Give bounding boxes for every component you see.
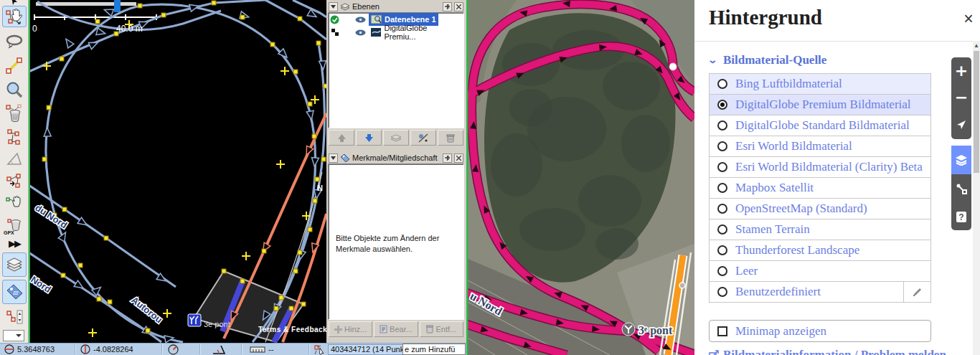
imagery-source-row[interactable]: Bing Luftbildmaterial bbox=[709, 73, 931, 95]
delete-tool-icon[interactable] bbox=[2, 102, 27, 125]
layers-toggle-icon[interactable] bbox=[2, 252, 27, 277]
map-data-icon bbox=[956, 183, 968, 194]
radio-icon[interactable] bbox=[717, 245, 727, 255]
close-icon[interactable]: × bbox=[958, 9, 979, 29]
zoom-tool-icon[interactable] bbox=[2, 79, 27, 100]
gpx-label: GPX bbox=[4, 230, 14, 235]
layer-down-button[interactable] bbox=[356, 130, 382, 146]
radio-icon[interactable] bbox=[717, 204, 727, 214]
minimap-toggle-row[interactable]: Minimap anzeigen bbox=[709, 320, 931, 342]
layers-panel: Ebenen Datenebene 1 bbox=[328, 1, 464, 147]
background-layers-button[interactable] bbox=[951, 146, 971, 174]
properties-body: Bitte Objekte zum Ändern der Merkmale au… bbox=[328, 164, 464, 320]
longitude-icon bbox=[80, 344, 90, 354]
properties-empty-message: Bitte Objekte zum Ändern der Merkmale au… bbox=[336, 233, 439, 255]
select-tool-icon[interactable] bbox=[2, 0, 27, 6]
data-layer-icon bbox=[371, 15, 382, 24]
layer-opacity-button[interactable] bbox=[410, 130, 436, 146]
delete-tag-button[interactable]: Entf... bbox=[420, 321, 463, 337]
delete-layer-button[interactable] bbox=[438, 130, 463, 146]
layers-icon bbox=[340, 2, 350, 11]
panel-scrollbar[interactable]: ▲ bbox=[973, 41, 980, 355]
imagery-source-row[interactable]: Esri World Bildmaterial bbox=[709, 136, 931, 157]
merge-layer-button[interactable] bbox=[383, 130, 409, 146]
imagery-source-row[interactable]: Leer bbox=[709, 260, 931, 282]
help-icon: ? bbox=[956, 211, 967, 223]
panel-pin-button[interactable] bbox=[443, 153, 452, 163]
fast-forward-icon[interactable]: ▶▶ bbox=[2, 237, 27, 250]
imagery-source-section-header[interactable]: ⌄ Bildmaterial-Quelle bbox=[709, 53, 826, 67]
lasso-tool-icon[interactable] bbox=[2, 32, 27, 52]
panel-menu-button[interactable] bbox=[329, 153, 338, 163]
radio-icon[interactable] bbox=[717, 266, 727, 276]
scrollbar-thumb[interactable] bbox=[974, 51, 979, 173]
svg-text:?: ? bbox=[958, 212, 963, 222]
visibility-eye-icon[interactable] bbox=[355, 29, 366, 36]
help-button[interactable]: ? bbox=[951, 203, 971, 230]
imagery-source-row[interactable]: DigitalGlobe Premium Bildmaterial bbox=[709, 94, 931, 115]
heading-display bbox=[165, 344, 182, 355]
latitude-icon bbox=[4, 344, 14, 354]
statusbar-hint-field[interactable]: e zum Hinzufü bbox=[402, 344, 466, 355]
panel-pin-button[interactable] bbox=[443, 2, 452, 11]
imagery-source-label: Bing Luftbildmaterial bbox=[735, 77, 930, 91]
radio-icon[interactable] bbox=[717, 120, 727, 131]
imagery-source-label: OpenStreetMap (Standard) bbox=[735, 202, 930, 216]
josm-map-canvas[interactable]: 0 40.0 m du Nord Nord Autorou N 3e pont … bbox=[29, 0, 326, 343]
layers-panel-title: Ebenen bbox=[352, 2, 440, 11]
layers-panel-header: Ebenen bbox=[328, 1, 464, 12]
improve-accuracy-tool-icon[interactable] bbox=[2, 171, 27, 191]
zoom-out-button[interactable]: − bbox=[951, 84, 971, 110]
imagery-source-row[interactable]: Benutzerdefiniert bbox=[709, 281, 931, 303]
map-data-button[interactable] bbox=[951, 174, 971, 203]
imagery-source-row[interactable]: OpenStreetMap (Standard) bbox=[709, 198, 931, 219]
active-check-icon[interactable] bbox=[330, 15, 339, 24]
panel-close-button[interactable] bbox=[454, 153, 463, 163]
draw-node-tool-icon[interactable] bbox=[2, 55, 27, 76]
opacity-checker-icon[interactable] bbox=[331, 29, 339, 36]
imagery-source-label: Thunderforest Landscape bbox=[735, 243, 930, 257]
scrollbar-up-icon[interactable]: ▲ bbox=[973, 41, 980, 49]
layer-up-button[interactable] bbox=[329, 130, 354, 146]
preset-combo[interactable] bbox=[3, 330, 24, 341]
tags-toggle-icon[interactable] bbox=[2, 280, 27, 304]
imagery-source-row[interactable]: Mapbox Satellit bbox=[709, 177, 931, 199]
add-tag-button[interactable]: Hinz... bbox=[329, 321, 372, 337]
delete-gpx-tool-icon[interactable]: GPX bbox=[2, 214, 27, 235]
minimap-label: Minimap anzeigen bbox=[735, 324, 826, 339]
imagery-source-label: Leer bbox=[735, 264, 930, 278]
radio-selected-icon[interactable] bbox=[717, 100, 727, 110]
follow-line-tool-icon[interactable] bbox=[2, 192, 27, 212]
imagery-source-row[interactable]: Esri World Bildmaterial (Clarity) Beta bbox=[709, 156, 931, 178]
radio-icon[interactable] bbox=[717, 79, 727, 89]
radio-icon[interactable] bbox=[717, 183, 727, 193]
visibility-eye-icon[interactable] bbox=[355, 16, 366, 23]
radio-icon[interactable] bbox=[717, 162, 727, 172]
zoom-in-button[interactable]: + bbox=[951, 57, 971, 84]
geolocate-button[interactable] bbox=[951, 110, 971, 139]
radio-icon[interactable] bbox=[717, 287, 727, 297]
move-node-tool-icon[interactable] bbox=[2, 6, 27, 27]
imagery-source-row[interactable]: Thunderforest Landscape bbox=[709, 240, 931, 261]
panel-menu-button[interactable] bbox=[329, 2, 338, 11]
minimap-checkbox[interactable] bbox=[717, 326, 727, 336]
id-map-canvas[interactable]: u Nord 3ᵉ pont bbox=[466, 0, 694, 355]
panel-close-button[interactable] bbox=[454, 2, 463, 11]
josm-panel-column: Ebenen Datenebene 1 bbox=[326, 0, 466, 343]
imagery-info-link[interactable]: Bildmaterialinformation / Problem melden bbox=[709, 348, 946, 355]
heading-icon bbox=[168, 344, 179, 355]
imagery-source-label: Benutzerdefiniert bbox=[735, 285, 895, 299]
layer-row-imagery[interactable]: DigitalGlobe Premiu... bbox=[329, 26, 463, 39]
imagery-source-row[interactable]: Stamen Terrain bbox=[709, 219, 931, 240]
ruler-icon bbox=[250, 346, 265, 353]
properties-panel-buttons: Hinz... Bear... Entf... bbox=[328, 320, 464, 339]
node-list-icon[interactable] bbox=[2, 307, 27, 327]
edit-tag-button[interactable]: Bear... bbox=[374, 321, 418, 337]
radio-icon[interactable] bbox=[717, 224, 727, 235]
edit-custom-source-button[interactable] bbox=[903, 282, 930, 302]
imagery-source-label: Stamen Terrain bbox=[735, 222, 930, 237]
radio-icon[interactable] bbox=[717, 141, 727, 151]
angle-snap-tool-icon[interactable] bbox=[2, 149, 27, 168]
merge-nodes-tool-icon[interactable] bbox=[2, 126, 27, 148]
imagery-source-row[interactable]: DigitalGlobe Standard Bildmaterial bbox=[709, 115, 931, 136]
